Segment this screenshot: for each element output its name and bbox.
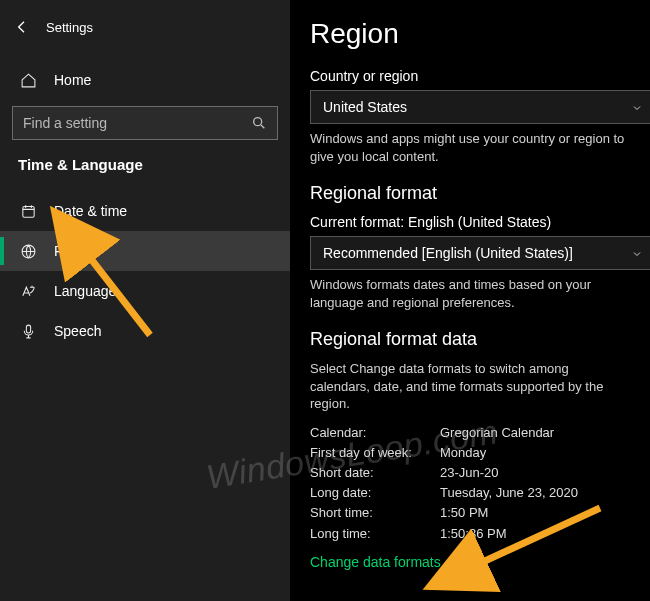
format-data-heading: Regional format data: [310, 329, 630, 350]
country-desc: Windows and apps might use your country …: [310, 130, 630, 165]
row-val: 23-Jun-20: [440, 463, 499, 483]
table-row: First day of week: Monday: [310, 443, 630, 463]
back-row: Settings: [0, 8, 290, 46]
svg-point-0: [254, 118, 262, 126]
row-key: Calendar:: [310, 423, 440, 443]
current-format-label: Current format: English (United States): [310, 214, 630, 230]
category-title: Time & Language: [0, 150, 290, 185]
chevron-down-icon: [631, 247, 643, 259]
svg-rect-1: [22, 206, 33, 217]
microphone-icon: [18, 321, 38, 341]
regional-format-desc: Windows formats dates and times based on…: [310, 276, 630, 311]
settings-window: Settings Home Find a setting Time & Lang…: [0, 0, 650, 601]
row-val: Gregorian Calendar: [440, 423, 554, 443]
nav-label: Region: [54, 243, 98, 259]
back-icon[interactable]: [12, 17, 32, 37]
table-row: Short time: 1:50 PM: [310, 503, 630, 523]
clock-icon: [18, 201, 38, 221]
regional-format-heading: Regional format: [310, 183, 630, 204]
row-val: Monday: [440, 443, 486, 463]
row-val: Tuesday, June 23, 2020: [440, 483, 578, 503]
search-placeholder: Find a setting: [23, 115, 107, 131]
search-input[interactable]: Find a setting: [12, 106, 278, 140]
content-pane: Region Country or region United States W…: [290, 0, 650, 601]
chevron-down-icon: [631, 101, 643, 113]
table-row: Long time: 1:50:36 PM: [310, 524, 630, 544]
country-dropdown[interactable]: United States: [310, 90, 650, 124]
language-icon: [18, 281, 38, 301]
app-title: Settings: [46, 20, 93, 35]
table-row: Calendar: Gregorian Calendar: [310, 423, 630, 443]
svg-rect-3: [26, 325, 30, 333]
nav-region[interactable]: Region: [0, 231, 290, 271]
table-row: Short date: 23-Jun-20: [310, 463, 630, 483]
globe-icon: [18, 241, 38, 261]
nav-label: Language: [54, 283, 116, 299]
nav-language[interactable]: Language: [0, 271, 290, 311]
home-icon: [18, 70, 38, 90]
nav-label: Date & time: [54, 203, 127, 219]
row-key: Short time:: [310, 503, 440, 523]
format-data-desc: Select Change data formats to switch amo…: [310, 360, 630, 413]
country-label: Country or region: [310, 68, 630, 84]
row-key: Long date:: [310, 483, 440, 503]
page-title: Region: [310, 18, 630, 50]
sidebar: Settings Home Find a setting Time & Lang…: [0, 0, 290, 601]
row-key: Long time:: [310, 524, 440, 544]
search-icon: [251, 115, 267, 131]
regional-format-value: Recommended [English (United States)]: [323, 245, 573, 261]
nav-list: Date & time Region Language Speech: [0, 191, 290, 351]
home-nav[interactable]: Home: [0, 60, 290, 100]
nav-date-time[interactable]: Date & time: [0, 191, 290, 231]
row-val: 1:50:36 PM: [440, 524, 507, 544]
nav-speech[interactable]: Speech: [0, 311, 290, 351]
country-value: United States: [323, 99, 407, 115]
regional-format-dropdown[interactable]: Recommended [English (United States)]: [310, 236, 650, 270]
row-val: 1:50 PM: [440, 503, 488, 523]
row-key: First day of week:: [310, 443, 440, 463]
row-key: Short date:: [310, 463, 440, 483]
nav-label: Speech: [54, 323, 101, 339]
format-data-table: Calendar: Gregorian Calendar First day o…: [310, 423, 630, 544]
home-label: Home: [54, 72, 91, 88]
table-row: Long date: Tuesday, June 23, 2020: [310, 483, 630, 503]
change-data-formats-link[interactable]: Change data formats: [310, 554, 630, 570]
